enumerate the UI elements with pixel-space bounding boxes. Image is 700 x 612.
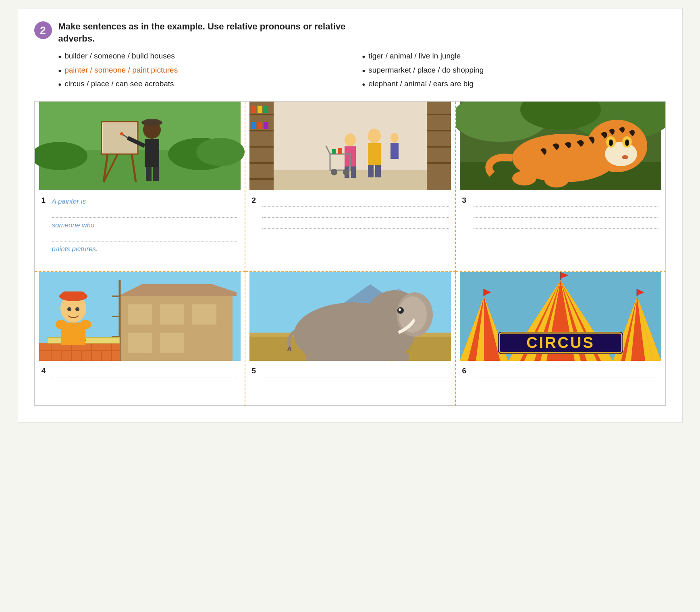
answer-section-1: 1 A painter is someone who paints pictur… <box>35 190 245 272</box>
answer-number-1: 1 <box>42 196 49 205</box>
instruction-text: Make sentences as in the example. Use re… <box>58 21 346 44</box>
bullet-item: • builder / someone / build houses <box>58 52 362 62</box>
svg-rect-42 <box>368 165 374 177</box>
bullet-col-right: • tiger / animal / live in jungle • supe… <box>362 52 666 93</box>
svg-rect-117 <box>393 353 409 361</box>
svg-rect-38 <box>274 170 427 190</box>
svg-rect-23 <box>249 130 274 131</box>
dotted-line <box>473 209 659 218</box>
svg-point-40 <box>368 129 381 143</box>
dotted-line <box>52 390 238 399</box>
grid-cell-4: 4 <box>35 272 245 406</box>
dotted-line <box>262 390 449 399</box>
svg-rect-22 <box>249 114 274 115</box>
svg-rect-53 <box>338 148 342 154</box>
svg-point-3 <box>196 138 245 166</box>
image-supermarket <box>245 102 455 190</box>
svg-rect-77 <box>160 333 184 353</box>
svg-point-100 <box>80 320 91 329</box>
svg-point-64 <box>622 155 628 159</box>
svg-point-99 <box>56 320 67 329</box>
svg-rect-43 <box>375 165 381 177</box>
bullet-col-left: • builder / someone / build houses • pai… <box>58 52 362 93</box>
example-answer-line1: A painter is <box>52 196 238 207</box>
dotted-line <box>52 233 238 241</box>
bullet-item-strikethrough: • painter / someone / paint pictures <box>58 66 362 76</box>
svg-point-102 <box>75 307 79 311</box>
svg-rect-26 <box>249 178 274 180</box>
svg-rect-73 <box>128 304 152 325</box>
grid-cell-6: CIRCUS 6 <box>456 272 666 406</box>
svg-rect-75 <box>192 304 216 325</box>
dotted-line <box>262 379 449 388</box>
example-answer-line3: paints pictures. <box>52 244 238 254</box>
image-builder <box>35 272 245 361</box>
dotted-line <box>262 368 449 377</box>
svg-rect-47 <box>351 167 356 178</box>
svg-rect-28 <box>258 106 262 113</box>
bullet-item: • supermarket / place / do shopping <box>362 66 666 76</box>
answer-number-6: 6 <box>462 366 469 375</box>
answer-number-2: 2 <box>252 196 259 205</box>
answer-section-6: 6 <box>456 361 665 405</box>
dotted-line <box>52 379 238 388</box>
svg-rect-35 <box>427 130 451 131</box>
svg-point-68 <box>625 139 629 146</box>
svg-rect-114 <box>306 353 322 361</box>
svg-rect-13 <box>145 139 159 167</box>
answer-number-3: 3 <box>462 196 469 205</box>
svg-rect-41 <box>368 143 381 165</box>
svg-point-67 <box>609 139 613 146</box>
svg-rect-30 <box>251 122 256 129</box>
svg-rect-25 <box>249 162 274 164</box>
svg-rect-115 <box>330 355 346 361</box>
svg-rect-116 <box>370 355 386 361</box>
bullet-item: • circus / place / can see acrobats <box>58 79 362 90</box>
bullet-section: • builder / someone / build houses • pai… <box>34 52 666 93</box>
svg-rect-32 <box>264 122 268 129</box>
bullet-item: • tiger / animal / live in jungle <box>362 52 666 62</box>
exercise-grid: 1 A painter is someone who paints pictur… <box>34 101 666 406</box>
svg-point-70 <box>544 173 569 187</box>
grid-cell-5: 5 <box>245 272 456 406</box>
svg-rect-74 <box>160 304 184 325</box>
svg-rect-34 <box>427 114 451 115</box>
dotted-line <box>473 390 659 399</box>
image-elephant <box>245 272 455 361</box>
svg-point-16 <box>120 132 123 135</box>
svg-point-113 <box>399 308 401 311</box>
svg-rect-31 <box>258 122 262 129</box>
dotted-line <box>52 209 238 218</box>
dotted-line <box>262 198 449 207</box>
svg-point-54 <box>391 133 399 143</box>
svg-rect-24 <box>249 146 274 148</box>
grid-cell-3: 3 <box>456 102 666 273</box>
answer-number-4: 4 <box>42 366 49 375</box>
exercise-page: 2 Make sentences as in the example. Use … <box>18 8 683 423</box>
svg-point-111 <box>399 296 427 333</box>
dotted-line <box>52 256 238 265</box>
dotted-line <box>473 379 659 388</box>
svg-rect-29 <box>264 106 268 113</box>
dotted-line <box>262 209 449 218</box>
bullet-item: • elephant / animal / ears are big <box>362 79 666 90</box>
svg-rect-37 <box>427 162 451 164</box>
svg-point-69 <box>512 171 536 185</box>
svg-rect-76 <box>128 333 152 353</box>
dotted-line <box>473 198 659 207</box>
answer-number-5: 5 <box>252 366 259 375</box>
svg-rect-36 <box>427 146 451 148</box>
svg-text:CIRCUS: CIRCUS <box>526 334 595 351</box>
grid-cell-1: 1 A painter is someone who paints pictur… <box>35 102 245 273</box>
svg-rect-18 <box>153 167 159 181</box>
svg-rect-12 <box>146 119 158 125</box>
answer-section-4: 4 <box>35 361 245 405</box>
dotted-line <box>473 220 659 229</box>
dotted-line <box>262 220 449 229</box>
example-answer-line2: someone who <box>52 220 238 231</box>
svg-rect-55 <box>391 143 399 159</box>
exercise-header: 2 Make sentences as in the example. Use … <box>34 21 666 44</box>
svg-point-44 <box>345 133 356 146</box>
svg-point-51 <box>343 169 349 175</box>
image-painter <box>35 102 245 190</box>
